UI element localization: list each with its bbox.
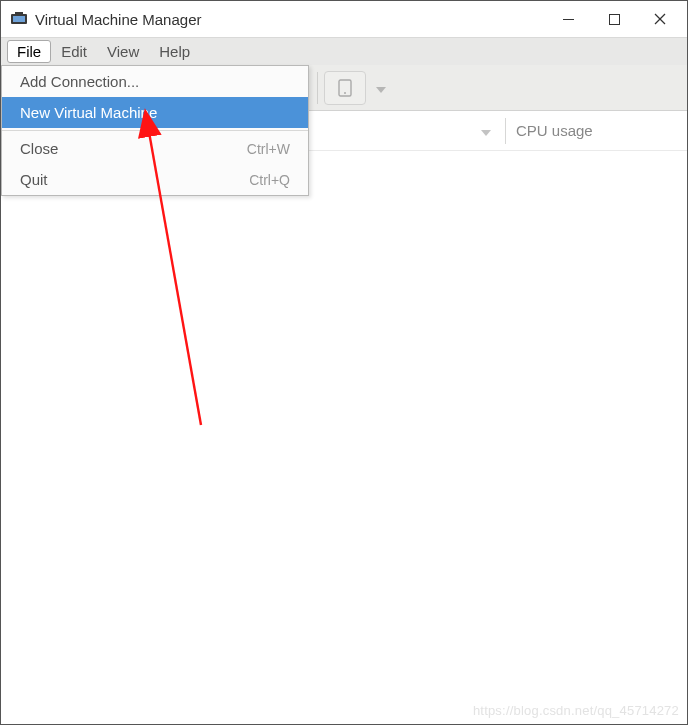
watermark: https://blog.csdn.net/qq_45714272 (473, 703, 679, 718)
maximize-button[interactable] (591, 3, 637, 35)
chevron-down-icon (376, 87, 386, 93)
open-dropdown-arrow[interactable] (376, 79, 386, 97)
minimize-icon (563, 14, 574, 25)
menu-item-label: Add Connection... (20, 73, 139, 90)
menu-item-label: Quit (20, 171, 48, 188)
menu-item-quit[interactable]: Quit Ctrl+Q (2, 164, 308, 195)
menu-item-new-virtual-machine[interactable]: New Virtual Machine (2, 97, 308, 128)
maximize-icon (609, 14, 620, 25)
sort-indicator[interactable] (481, 122, 491, 140)
menu-file[interactable]: File (7, 40, 51, 63)
menu-item-add-connection[interactable]: Add Connection... (2, 66, 308, 97)
svg-marker-10 (481, 130, 491, 136)
open-button[interactable] (324, 71, 366, 105)
svg-rect-4 (609, 14, 619, 24)
menu-view[interactable]: View (97, 40, 149, 63)
app-icon (11, 12, 27, 26)
svg-rect-1 (13, 16, 25, 22)
app-window: Virtual Machine Manager File Edit View H… (0, 0, 688, 725)
menu-item-label: Close (20, 140, 58, 157)
content-area: CPU usage Add Connection... New Virtual … (1, 65, 687, 724)
column-cpu-usage[interactable]: CPU usage (516, 122, 593, 139)
column-separator (505, 118, 506, 144)
file-dropdown-menu: Add Connection... New Virtual Machine Cl… (1, 65, 309, 196)
svg-marker-9 (376, 87, 386, 93)
close-button[interactable] (637, 3, 683, 35)
menu-edit[interactable]: Edit (51, 40, 97, 63)
menubar: File Edit View Help (1, 37, 687, 65)
menu-item-label: New Virtual Machine (20, 104, 157, 121)
window-controls (545, 3, 683, 35)
open-icon (338, 79, 352, 97)
menu-separator (2, 130, 308, 131)
titlebar: Virtual Machine Manager (1, 1, 687, 37)
minimize-button[interactable] (545, 3, 591, 35)
menu-shortcut: Ctrl+Q (249, 172, 290, 188)
close-icon (654, 13, 666, 25)
menu-help[interactable]: Help (149, 40, 200, 63)
chevron-down-icon (481, 130, 491, 136)
menu-shortcut: Ctrl+W (247, 141, 290, 157)
svg-rect-2 (15, 12, 23, 14)
menu-item-close[interactable]: Close Ctrl+W (2, 133, 308, 164)
window-title: Virtual Machine Manager (35, 11, 201, 28)
svg-point-8 (344, 92, 346, 94)
toolbar-divider (317, 72, 318, 104)
